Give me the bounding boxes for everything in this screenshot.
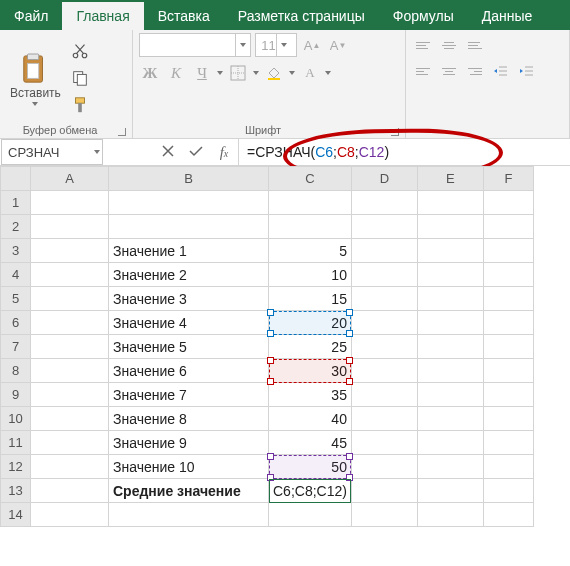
cell[interactable] bbox=[417, 239, 483, 263]
cell[interactable] bbox=[31, 287, 109, 311]
row-header[interactable]: 3 bbox=[1, 239, 31, 263]
cell[interactable]: 5 bbox=[269, 239, 352, 263]
cell[interactable]: Значение 7 bbox=[109, 383, 269, 407]
row-header[interactable]: 11 bbox=[1, 431, 31, 455]
cell[interactable] bbox=[417, 407, 483, 431]
font-size-combo[interactable]: 11 bbox=[255, 33, 297, 57]
cell[interactable] bbox=[417, 503, 483, 527]
cell[interactable] bbox=[417, 215, 483, 239]
tab-page-layout[interactable]: Разметка страницы bbox=[224, 0, 379, 30]
tab-file[interactable]: Файл bbox=[0, 0, 62, 30]
align-right-button[interactable] bbox=[464, 60, 486, 82]
formula-input[interactable]: =СРЗНАЧ(C6;C8;C12) bbox=[239, 139, 570, 165]
cell[interactable] bbox=[31, 407, 109, 431]
cell[interactable] bbox=[351, 287, 417, 311]
cell[interactable] bbox=[269, 215, 352, 239]
tab-data[interactable]: Данные bbox=[468, 0, 547, 30]
row-header[interactable]: 13 bbox=[1, 479, 31, 503]
cell[interactable] bbox=[31, 239, 109, 263]
cell[interactable] bbox=[483, 359, 533, 383]
row-header[interactable]: 7 bbox=[1, 335, 31, 359]
cell[interactable] bbox=[483, 215, 533, 239]
cell[interactable] bbox=[417, 263, 483, 287]
cell[interactable]: 10 bbox=[269, 263, 352, 287]
cell[interactable] bbox=[31, 431, 109, 455]
cell[interactable]: Значение 2 bbox=[109, 263, 269, 287]
col-header-A[interactable]: A bbox=[31, 167, 109, 191]
cell[interactable] bbox=[417, 383, 483, 407]
col-header-E[interactable]: E bbox=[417, 167, 483, 191]
fill-color-button[interactable] bbox=[263, 62, 285, 84]
spreadsheet-grid[interactable]: A B C D E F 123Значение 154Значение 2105… bbox=[0, 166, 570, 527]
cell[interactable] bbox=[417, 191, 483, 215]
cell[interactable] bbox=[417, 335, 483, 359]
row-header[interactable]: 10 bbox=[1, 407, 31, 431]
cell[interactable] bbox=[483, 407, 533, 431]
row-header[interactable]: 6 bbox=[1, 311, 31, 335]
cell[interactable] bbox=[351, 431, 417, 455]
cell[interactable]: Значение 8 bbox=[109, 407, 269, 431]
cell[interactable]: 25 bbox=[269, 335, 352, 359]
cell[interactable] bbox=[351, 215, 417, 239]
cell[interactable] bbox=[351, 335, 417, 359]
cell[interactable]: Значение 6 bbox=[109, 359, 269, 383]
select-all-corner[interactable] bbox=[1, 167, 31, 191]
cell[interactable] bbox=[109, 503, 269, 527]
enter-formula-button[interactable] bbox=[188, 145, 204, 160]
cell[interactable] bbox=[351, 263, 417, 287]
row-header[interactable]: 2 bbox=[1, 215, 31, 239]
cell[interactable] bbox=[351, 407, 417, 431]
cell[interactable] bbox=[483, 383, 533, 407]
cell[interactable] bbox=[31, 335, 109, 359]
col-header-D[interactable]: D bbox=[351, 167, 417, 191]
copy-button[interactable] bbox=[71, 69, 89, 90]
row-header[interactable]: 12 bbox=[1, 455, 31, 479]
cell[interactable]: 40 bbox=[269, 407, 352, 431]
cell[interactable]: 20 bbox=[269, 311, 352, 335]
row-header[interactable]: 5 bbox=[1, 287, 31, 311]
cell[interactable]: 30 bbox=[269, 359, 352, 383]
col-header-B[interactable]: B bbox=[109, 167, 269, 191]
row-header[interactable]: 9 bbox=[1, 383, 31, 407]
align-middle-button[interactable] bbox=[438, 34, 460, 56]
align-center-button[interactable] bbox=[438, 60, 460, 82]
cell[interactable] bbox=[351, 191, 417, 215]
cell[interactable] bbox=[31, 215, 109, 239]
cell[interactable] bbox=[31, 191, 109, 215]
cell[interactable] bbox=[483, 239, 533, 263]
cell[interactable] bbox=[31, 359, 109, 383]
cell[interactable] bbox=[417, 359, 483, 383]
cell[interactable] bbox=[31, 263, 109, 287]
cell[interactable] bbox=[269, 503, 352, 527]
cell[interactable]: Значение 1 bbox=[109, 239, 269, 263]
tab-home[interactable]: Главная bbox=[62, 0, 143, 30]
increase-indent-button[interactable] bbox=[516, 60, 538, 82]
col-header-C[interactable]: C bbox=[269, 167, 352, 191]
borders-button[interactable] bbox=[227, 62, 249, 84]
cell[interactable] bbox=[31, 455, 109, 479]
align-top-button[interactable] bbox=[412, 34, 434, 56]
cell[interactable]: 35 bbox=[269, 383, 352, 407]
cell[interactable] bbox=[417, 311, 483, 335]
row-header[interactable]: 14 bbox=[1, 503, 31, 527]
cell[interactable]: Значение 9 bbox=[109, 431, 269, 455]
cell[interactable] bbox=[31, 503, 109, 527]
underline-button[interactable]: Ч bbox=[191, 62, 213, 84]
cell[interactable] bbox=[31, 479, 109, 503]
cut-button[interactable] bbox=[71, 42, 89, 63]
col-header-F[interactable]: F bbox=[483, 167, 533, 191]
insert-function-button[interactable]: fx bbox=[216, 144, 232, 161]
cell[interactable] bbox=[483, 431, 533, 455]
row-header[interactable]: 1 bbox=[1, 191, 31, 215]
cell[interactable] bbox=[483, 335, 533, 359]
increase-font-button[interactable]: A▲ bbox=[301, 34, 323, 56]
cell[interactable] bbox=[417, 431, 483, 455]
cell[interactable] bbox=[483, 263, 533, 287]
cell[interactable] bbox=[31, 383, 109, 407]
tab-insert[interactable]: Вставка bbox=[144, 0, 224, 30]
cell[interactable]: 45 bbox=[269, 431, 352, 455]
clipboard-dialog-launcher[interactable] bbox=[114, 124, 126, 136]
cell[interactable] bbox=[417, 287, 483, 311]
cell[interactable] bbox=[417, 479, 483, 503]
cell[interactable] bbox=[483, 479, 533, 503]
